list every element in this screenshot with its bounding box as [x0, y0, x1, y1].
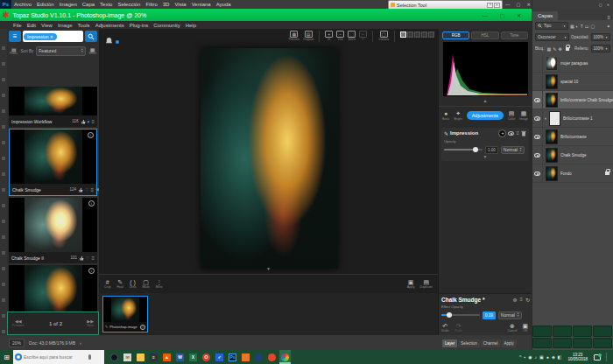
visibility-toggle[interactable] — [532, 73, 543, 90]
favorite-icon[interactable]: ♥ — [88, 119, 90, 124]
public-toggle[interactable]: ▤ Public — [10, 46, 18, 56]
sort-stepper-icon[interactable]: ▲▼ — [81, 48, 83, 53]
search-icon[interactable] — [85, 31, 97, 42]
effect-card-chalk-smudge[interactable]: i Chalk Smudge 124 ♡ ≡ — [9, 129, 97, 196]
filter-shape-icon[interactable]: ▭ — [585, 24, 589, 29]
color-button[interactable]: ▤Color — [508, 110, 515, 122]
tz-menu-community[interactable]: Community — [151, 21, 182, 30]
taskbar-app-mail[interactable]: ✉ — [122, 350, 133, 364]
tab-tone[interactable]: Tone — [501, 32, 528, 39]
canvas-button[interactable]: ▢Canvas — [378, 31, 389, 42]
sort-dropdown[interactable]: Featured ▲▼ — [36, 46, 86, 56]
layer-row[interactable]: ◐ Brillo/contraste 1 — [532, 109, 613, 128]
tab-channel[interactable]: Channel — [481, 340, 501, 347]
taskbar-search[interactable] — [13, 350, 104, 364]
tz-menu-file[interactable]: File — [11, 21, 25, 30]
opacity-value[interactable]: 100%▼ — [591, 33, 611, 41]
menu-archivo[interactable]: Archivo — [11, 0, 34, 9]
effect-menu-icon[interactable]: ≡ — [91, 256, 95, 261]
taskbar-app-photoshop[interactable]: Ps — [227, 350, 238, 364]
undo-button[interactable]: ↶Undo — [441, 323, 448, 333]
basic-button[interactable]: ●Basic — [442, 110, 450, 122]
add-icon[interactable]: + — [498, 130, 506, 137]
panel-controls-icon[interactable]: ▢ ✕ — [599, 3, 611, 7]
layer-row-selected[interactable]: brillo/contraste Chalk Smudge II — [532, 91, 613, 109]
visibility-eye-icon[interactable] — [508, 131, 514, 136]
effect-card-impression-workflow[interactable]: Impression Workflow 116 ♥ ≡ — [9, 87, 97, 127]
thumbnail-size-toggle[interactable]: ▦ Small — [88, 46, 96, 56]
taskbar-app-orange[interactable] — [240, 350, 251, 364]
bright-button[interactable]: ✦Bright — [454, 110, 462, 122]
menu-ayuda[interactable]: Ayuda — [214, 0, 234, 9]
tray-icon[interactable]: ▣ — [539, 354, 544, 360]
status-chevron-icon[interactable]: › — [80, 340, 81, 346]
trash-icon[interactable] — [521, 130, 526, 136]
opacity-value[interactable]: 1.00 — [485, 146, 498, 154]
effect-card-chalk-smudge-2[interactable]: i Chalk Smudge II 101 ♡ ≡ — [9, 198, 97, 263]
preview-canvas-area[interactable]: ▦Preview ▤Original +In −Out ⬚100% ✂Fit ▢… — [99, 29, 438, 274]
panel-menu-icon[interactable]: ≡ — [607, 15, 610, 20]
help-button[interactable]: ? — [487, 3, 493, 8]
menu-filtro[interactable]: Filtro — [143, 0, 159, 9]
view-split-3[interactable] — [421, 32, 427, 38]
layer-thumbnail[interactable] — [546, 130, 558, 144]
blend-stepper-icon[interactable]: ▲▼ — [519, 147, 522, 152]
tray-icon[interactable]: ▪ — [524, 354, 525, 360]
visibility-toggle[interactable] — [532, 146, 543, 164]
menu-imagen[interactable]: Imagen — [57, 0, 80, 9]
heal-tool[interactable]: ✎Heal — [117, 279, 123, 290]
zoom-level[interactable]: 20% — [9, 339, 25, 347]
tray-icon[interactable]: ● — [546, 354, 549, 360]
taskbar-app-topaz-active[interactable] — [279, 350, 291, 364]
filter-smart-icon[interactable]: ▢ — [591, 24, 595, 29]
thumbs-up-icon[interactable] — [79, 256, 84, 261]
notification-bell-icon[interactable] — [105, 32, 113, 48]
lock-all-icon[interactable] — [566, 47, 569, 51]
opacity-slider[interactable] — [444, 149, 483, 150]
blend-mode-dropdown[interactable]: Normal ▲▼ — [501, 146, 525, 154]
taskbar-app-opera[interactable]: O — [201, 350, 212, 364]
effect-opacity-value[interactable]: 0.19 — [483, 312, 496, 319]
fill-value[interactable]: 100%▼ — [591, 45, 611, 52]
tray-icon[interactable]: ◉ — [528, 354, 532, 360]
layer-row[interactable]: Brillo/contraste — [532, 128, 613, 146]
hamburger-menu-icon[interactable]: ≡ — [9, 31, 21, 42]
layer-mask-thumbnail[interactable] — [549, 111, 560, 126]
layer-thumbnail[interactable] — [546, 93, 558, 108]
menu-texto[interactable]: Texto — [97, 0, 115, 9]
layer-thumbnail[interactable] — [546, 148, 558, 163]
topaz-window-controls[interactable]: — ▢ ✕ — [483, 12, 526, 18]
info-icon[interactable]: i — [140, 325, 145, 330]
microphone-icon[interactable] — [88, 354, 91, 360]
adjustments-button[interactable]: Adjustments — [467, 111, 504, 120]
image-button[interactable]: ▦Image — [519, 110, 528, 122]
menu-vista[interactable]: Vista — [172, 0, 188, 9]
tz-menu-plugins[interactable]: Plug-ins — [127, 21, 151, 30]
action-center-icon[interactable] — [594, 354, 601, 360]
canvas-collapse-icon[interactable]: ▼ — [99, 266, 438, 271]
menu-3d[interactable]: 3D — [160, 0, 173, 9]
tab-apply[interactable]: Apply — [502, 340, 517, 347]
taskbar-app-navy[interactable] — [253, 350, 264, 364]
crop-tool[interactable]: #Crop — [104, 279, 111, 290]
thumbs-up-icon[interactable] — [81, 119, 86, 124]
visibility-toggle[interactable] — [532, 164, 543, 182]
thumbs-up-icon[interactable] — [78, 187, 83, 192]
more-tool[interactable]: ⋮More — [156, 279, 163, 290]
visibility-toggle[interactable] — [532, 128, 543, 145]
tray-chevron-icon[interactable]: ^ — [519, 354, 521, 360]
layer-row[interactable]: spacial 10 — [532, 73, 613, 91]
cancel-button[interactable]: ⊗Cancel — [507, 323, 517, 333]
panel-menu-icon[interactable]: ≡ — [516, 130, 519, 136]
menu-ventana[interactable]: Ventana — [189, 0, 214, 9]
selection-tool-window[interactable]: Selection Tool ? ✕ — [388, 0, 503, 9]
layer-thumbnail[interactable] — [546, 56, 558, 71]
tz-menu-edit[interactable]: Edit — [25, 21, 39, 30]
search-filter-chip[interactable]: Impression ✕ — [24, 33, 57, 40]
tab-selection[interactable]: Selection — [458, 340, 480, 347]
tray-icon[interactable]: ◈ — [552, 354, 555, 360]
filter-image-icon[interactable]: ▦ — [570, 24, 574, 29]
layer-thumbnail[interactable] — [546, 166, 558, 181]
duplicate-button[interactable]: ▤Duplicate — [419, 279, 433, 290]
panel-collapse-icon[interactable]: ▼ — [444, 154, 526, 159]
